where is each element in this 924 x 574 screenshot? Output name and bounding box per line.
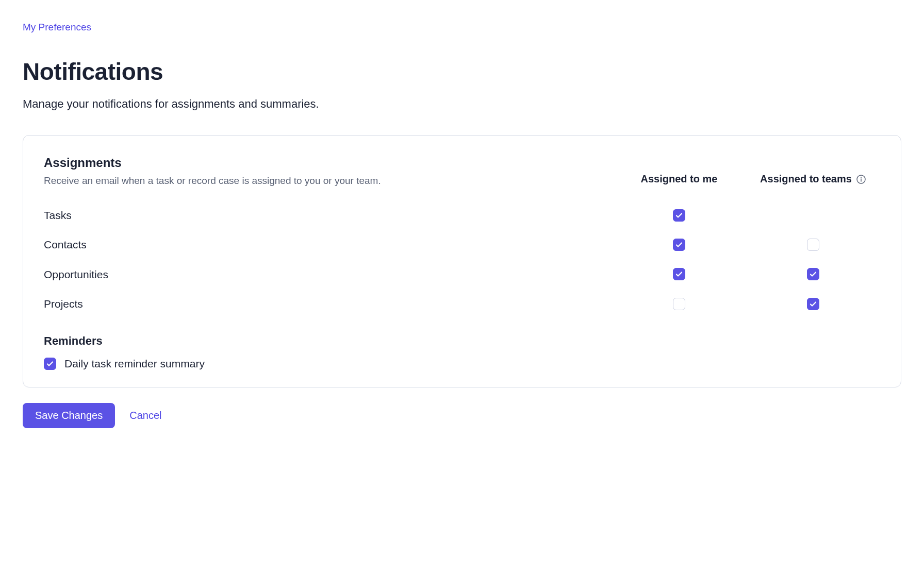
assignments-title: Assignments: [44, 154, 612, 172]
row-label-contacts: Contacts: [44, 237, 612, 252]
column-header-assigned-to-teams: Assigned to teams: [746, 154, 880, 186]
actions-bar: Save Changes Cancel: [23, 403, 901, 428]
checkbox-daily-summary[interactable]: [44, 358, 56, 370]
checkbox-opportunities-me[interactable]: [673, 268, 685, 280]
row-label-opportunities: Opportunities: [44, 267, 612, 282]
page-title: Notifications: [23, 55, 901, 88]
breadcrumb-my-preferences[interactable]: My Preferences: [23, 22, 91, 32]
reminders-section: Reminders Daily task reminder summary: [44, 333, 880, 372]
assignment-row-contacts: Contacts: [44, 230, 880, 259]
save-button[interactable]: Save Changes: [23, 403, 115, 428]
reminder-row-daily-summary: Daily task reminder summary: [44, 356, 880, 371]
row-label-projects: Projects: [44, 296, 612, 311]
reminders-title: Reminders: [44, 333, 880, 349]
assignment-row-projects: Projects: [44, 289, 880, 318]
checkbox-opportunities-teams[interactable]: [807, 268, 819, 280]
page-subtitle: Manage your notifications for assignment…: [23, 96, 901, 112]
assignment-row-tasks: Tasks: [44, 200, 880, 230]
info-icon[interactable]: [856, 174, 866, 184]
column-header-teams-label: Assigned to teams: [760, 172, 852, 186]
column-header-assigned-to-me: Assigned to me: [612, 154, 746, 186]
checkbox-projects-teams[interactable]: [807, 298, 819, 310]
checkbox-projects-me[interactable]: [673, 298, 685, 310]
assignment-row-opportunities: Opportunities: [44, 260, 880, 289]
reminder-label-daily-summary: Daily task reminder summary: [64, 356, 205, 371]
svg-point-1: [861, 177, 862, 178]
assignments-description: Receive an email when a task or record c…: [44, 174, 612, 188]
checkbox-contacts-teams[interactable]: [807, 239, 819, 251]
assignments-header: Assignments Receive an email when a task…: [44, 154, 880, 188]
notifications-panel: Assignments Receive an email when a task…: [23, 135, 901, 387]
column-header-me-label: Assigned to me: [641, 172, 718, 186]
row-label-tasks: Tasks: [44, 208, 612, 223]
checkbox-contacts-me[interactable]: [673, 239, 685, 251]
cancel-button[interactable]: Cancel: [129, 410, 161, 421]
checkbox-tasks-me[interactable]: [673, 209, 685, 222]
